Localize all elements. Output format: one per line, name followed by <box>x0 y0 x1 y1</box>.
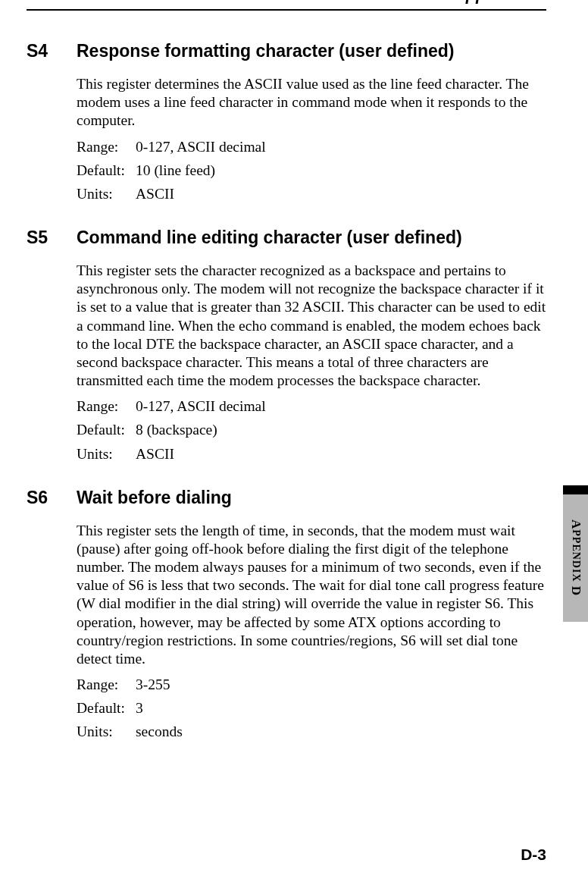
range-label: Range: <box>77 397 136 416</box>
default-value: 8 (backspace) <box>136 421 546 439</box>
default-label: Default: <box>77 699 136 717</box>
section-paragraph: This register sets the character recogni… <box>77 262 546 390</box>
units-row: Units: seconds <box>77 723 546 741</box>
range-value: 3-255 <box>136 676 546 694</box>
section-paragraph: This register determines the ASCII value… <box>77 75 546 130</box>
section-heading: S5 Command line editing character (user … <box>27 228 546 248</box>
section-heading: S6 Wait before dialing <box>27 488 546 508</box>
units-row: Units: ASCII <box>77 185 546 203</box>
range-label: Range: <box>77 138 136 156</box>
units-label: Units: <box>77 445 136 463</box>
side-tab: APPENDIX D <box>563 485 588 622</box>
units-row: Units: ASCII <box>77 445 546 463</box>
side-tab-letter: D <box>569 582 583 597</box>
range-row: Range: 0-127, ASCII decimal <box>77 397 546 416</box>
range-row: Range: 0-127, ASCII decimal <box>77 138 546 156</box>
section-s5: S5 Command line editing character (user … <box>27 228 546 463</box>
side-tab-prefix: A <box>569 519 583 529</box>
default-row: Default: 3 <box>77 699 546 717</box>
units-value: seconds <box>136 723 546 741</box>
header-rule <box>27 9 546 11</box>
section-title: Wait before dialing <box>77 488 546 508</box>
range-value: 0-127, ASCII decimal <box>136 397 546 416</box>
section-s4: S4 Response formatting character (user d… <box>27 41 546 203</box>
units-value: ASCII <box>136 445 546 463</box>
section-id: S6 <box>27 488 77 508</box>
running-header: Appendix D <box>27 0 546 5</box>
default-label: Default: <box>77 421 136 439</box>
section-title: Response formatting character (user defi… <box>77 41 546 61</box>
range-row: Range: 3-255 <box>77 676 546 694</box>
units-value: ASCII <box>136 185 546 203</box>
default-label: Default: <box>77 162 136 180</box>
section-s6: S6 Wait before dialing This register set… <box>27 488 546 742</box>
section-paragraph: This register sets the length of time, i… <box>77 522 546 668</box>
range-label: Range: <box>77 676 136 694</box>
default-value: 10 (line feed) <box>136 162 546 180</box>
default-value: 3 <box>136 699 546 717</box>
section-id: S5 <box>27 228 77 248</box>
units-label: Units: <box>77 185 136 203</box>
page-number: D-3 <box>521 846 546 864</box>
range-value: 0-127, ASCII decimal <box>136 138 546 156</box>
default-row: Default: 10 (line feed) <box>77 162 546 180</box>
default-row: Default: 8 (backspace) <box>77 421 546 439</box>
section-heading: S4 Response formatting character (user d… <box>27 41 546 61</box>
side-tab-label: APPENDIX D <box>568 519 583 596</box>
section-title: Command line editing character (user def… <box>77 228 546 248</box>
section-id: S4 <box>27 41 77 61</box>
side-tab-word: PPENDIX <box>571 530 582 582</box>
units-label: Units: <box>77 723 136 741</box>
